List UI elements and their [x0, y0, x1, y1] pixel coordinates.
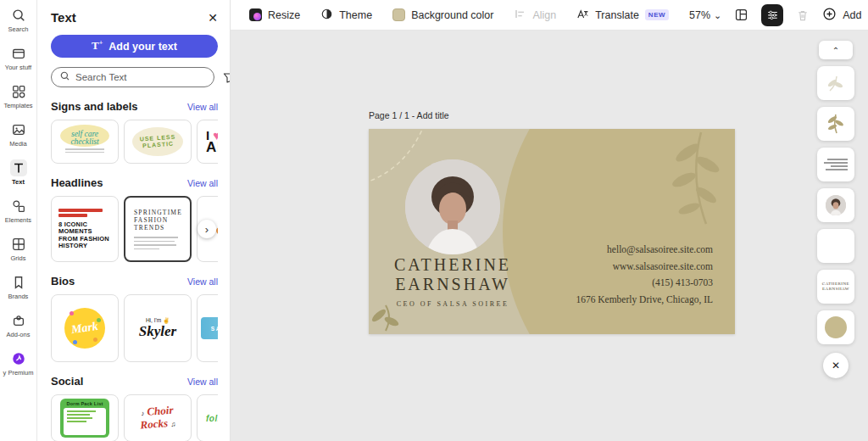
- business-card-artboard[interactable]: CATHERINE EARNSHAW CEO OF SALSA SOIREE h…: [369, 129, 735, 334]
- sidebar-item-templates[interactable]: Templates: [0, 83, 37, 109]
- music-note-icon: ♫: [170, 421, 176, 428]
- add-your-text-button[interactable]: T+ Add your text: [51, 35, 218, 58]
- sidebar-label: Text: [12, 178, 25, 186]
- search-icon: [59, 70, 70, 85]
- sidebar-item-media[interactable]: Media: [0, 121, 37, 148]
- layer-thumb-circle-shape[interactable]: [817, 310, 854, 344]
- text-panel: Text ✕ T+ Add your text Signs and labels…: [37, 0, 231, 441]
- sidebar-item-grids[interactable]: Grids: [0, 236, 37, 262]
- social-thumb-row: Dorm Pack List ♪ Choir Rocks ♫ follow: [51, 394, 218, 441]
- template-thumb-sarah[interactable]: SARAH XO: [197, 294, 218, 362]
- blue-strip: SARAH XO: [201, 317, 218, 339]
- add-button[interactable]: Add: [822, 7, 861, 24]
- layer-thumb-photo[interactable]: [817, 188, 854, 222]
- resize-icon: [249, 8, 262, 21]
- template-thumb-use-less-plastic[interactable]: USE LESS PLASTIC: [124, 120, 192, 164]
- layer-thumb-contact-text[interactable]: [817, 148, 854, 181]
- thumb-text: AR: [206, 139, 218, 155]
- template-thumb-follow[interactable]: follow: [197, 394, 218, 441]
- your-stuff-icon: [10, 45, 27, 62]
- premium-icon: [10, 350, 27, 367]
- view-all-signs-link[interactable]: View all: [187, 102, 218, 112]
- confetti-dot: [93, 338, 97, 342]
- layer-thumb-card-base[interactable]: [817, 229, 854, 263]
- resize-button[interactable]: Resize: [249, 8, 300, 21]
- search-text-input[interactable]: [75, 72, 206, 82]
- layout-grid-icon[interactable]: [734, 8, 748, 22]
- small-leaf-decoration: [370, 305, 400, 331]
- yellow-circle: Mark: [64, 308, 105, 349]
- translate-icon: [576, 8, 589, 23]
- panel-close-icon[interactable]: ✕: [208, 11, 218, 25]
- thumb-text: checklist: [70, 138, 98, 146]
- adjustments-button[interactable]: [761, 4, 783, 26]
- sidebar-item-elements[interactable]: Elements: [0, 198, 37, 224]
- thumb-text: Skyler: [139, 324, 176, 339]
- search-text-box[interactable]: [51, 67, 214, 87]
- card-last-name: EARNSHAW: [369, 275, 537, 294]
- confetti-dot: [73, 340, 77, 344]
- view-all-social-link[interactable]: View all: [187, 377, 218, 387]
- mini-name-text: EARNSHAW: [822, 287, 849, 292]
- layer-thumb-leaf-branch[interactable]: [817, 107, 854, 141]
- placeholder-lines: [65, 148, 104, 153]
- sidebar-item-your-stuff[interactable]: Your stuff: [0, 45, 37, 71]
- brands-icon: [10, 274, 27, 291]
- thumb-text: SPRINGTIME: [134, 209, 181, 216]
- text-icon: [10, 159, 27, 176]
- filter-icon[interactable]: [222, 70, 231, 84]
- thumb-text: follow: [198, 414, 218, 423]
- chevron-right-icon: ›: [205, 223, 209, 236]
- thumb-text: Dorm Pack List: [67, 401, 103, 406]
- portrait-photo[interactable]: [405, 159, 500, 254]
- section-title-signs: Signs and labels: [51, 100, 138, 113]
- view-all-bios-link[interactable]: View all: [187, 276, 218, 287]
- delete-icon[interactable]: [796, 8, 810, 22]
- canvas-area[interactable]: Page 1 / 1 - Add title: [231, 31, 868, 441]
- sidebar-item-brands[interactable]: Brands: [0, 274, 37, 300]
- plus-circle-icon: [822, 7, 837, 24]
- close-icon: ✕: [832, 360, 840, 371]
- thumb-text: SARAH XO: [211, 326, 218, 332]
- scroll-right-button[interactable]: ›: [198, 220, 216, 238]
- card-name-block[interactable]: CATHERINE EARNSHAW CEO OF SALSA SOIREE: [369, 255, 537, 308]
- card-contact-block[interactable]: hello@salsasoiree.site.com www.salsasoir…: [576, 242, 713, 308]
- theme-button[interactable]: Theme: [320, 8, 372, 23]
- search-icon: [10, 7, 27, 24]
- translate-label: Translate: [595, 9, 639, 21]
- background-color-button[interactable]: Background color: [392, 8, 493, 21]
- view-all-headlines-link[interactable]: View all: [187, 178, 218, 188]
- sliders-icon: [766, 8, 779, 21]
- card-website: www.salsasoiree.site.com: [576, 259, 713, 276]
- template-thumb-dorm-pack-list[interactable]: Dorm Pack List: [51, 394, 119, 441]
- align-button[interactable]: Align: [514, 8, 556, 23]
- template-thumb-choir-rocks[interactable]: ♪ Choir Rocks ♫: [124, 394, 192, 441]
- template-thumb-springtime-selected[interactable]: SPRINGTIME FASHION TRENDS: [124, 196, 192, 262]
- sidebar-item-premium[interactable]: y Premium: [0, 350, 37, 377]
- green-card: Dorm Pack List: [60, 399, 109, 438]
- layer-thumb-leaf-faint[interactable]: [817, 66, 854, 100]
- zoom-control[interactable]: 57% ⌄: [689, 9, 721, 21]
- translate-button[interactable]: Translate NEW: [576, 8, 669, 23]
- template-thumb-mark[interactable]: Mark: [51, 294, 119, 362]
- page-title-label[interactable]: Page 1 / 1 - Add title: [369, 110, 449, 120]
- sidebar-item-add-ons[interactable]: Add-ons: [0, 312, 37, 338]
- sidebar-label: Grids: [11, 254, 26, 262]
- thumb-text: 8 ICONIC MOMENTS FROM FASHION HISTORY: [58, 221, 111, 250]
- template-thumb-i-heart-ar[interactable]: I ♥AR: [197, 120, 218, 164]
- section-title-social: Social: [51, 375, 83, 388]
- template-thumb-iconic-moments[interactable]: 8 ICONIC MOMENTS FROM FASHION HISTORY: [51, 196, 119, 262]
- template-thumb-skyler[interactable]: Hi, I'm ✌ Skyler: [124, 294, 192, 362]
- add-ons-icon: [10, 312, 27, 329]
- portrait-mini: [826, 195, 846, 215]
- confetti-dot: [70, 311, 74, 315]
- collapse-rail-button[interactable]: ⌃: [819, 41, 853, 59]
- add-label: Add: [843, 9, 861, 21]
- layer-thumb-name-text[interactable]: CATHERINE EARNSHAW: [817, 270, 854, 304]
- chevron-up-icon: ⌃: [832, 46, 839, 55]
- template-thumb-self-care[interactable]: self care checklist: [51, 120, 119, 164]
- close-rail-button[interactable]: ✕: [823, 353, 849, 378]
- sidebar-item-search[interactable]: Search: [0, 7, 37, 33]
- sidebar-item-text[interactable]: Text: [0, 159, 37, 186]
- thumb-text: Mark: [70, 320, 99, 337]
